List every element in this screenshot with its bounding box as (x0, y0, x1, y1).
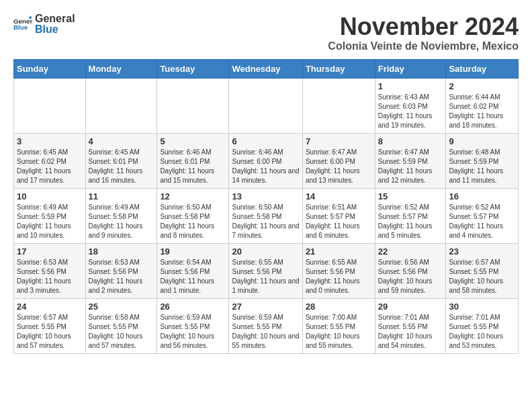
day-info: Sunrise: 6:45 AM Sunset: 6:02 PM Dayligh… (17, 148, 83, 185)
weekday-header-row: SundayMondayTuesdayWednesdayThursdayFrid… (14, 59, 519, 78)
day-number: 8 (378, 136, 443, 146)
day-info: Sunrise: 6:45 AM Sunset: 6:01 PM Dayligh… (89, 148, 154, 185)
week-row-2: 3Sunrise: 6:45 AM Sunset: 6:02 PM Daylig… (14, 133, 519, 188)
calendar-cell: 15Sunrise: 6:52 AM Sunset: 5:57 PM Dayli… (375, 188, 446, 243)
day-number: 26 (160, 302, 226, 312)
calendar-body: 1Sunrise: 6:43 AM Sunset: 6:03 PM Daylig… (14, 78, 519, 353)
calendar-cell: 19Sunrise: 6:54 AM Sunset: 5:56 PM Dayli… (157, 243, 229, 298)
day-info: Sunrise: 6:59 AM Sunset: 5:55 PM Dayligh… (160, 313, 226, 351)
day-number: 16 (449, 191, 515, 201)
calendar-cell: 29Sunrise: 7:01 AM Sunset: 5:55 PM Dayli… (375, 298, 446, 353)
weekday-header-monday: Monday (85, 59, 157, 78)
weekday-header-thursday: Thursday (302, 59, 375, 78)
calendar-cell: 21Sunrise: 6:55 AM Sunset: 5:56 PM Dayli… (302, 243, 375, 298)
calendar-cell: 2Sunrise: 6:44 AM Sunset: 6:02 PM Daylig… (446, 78, 519, 133)
calendar-cell: 30Sunrise: 7:01 AM Sunset: 5:55 PM Dayli… (446, 298, 519, 353)
calendar-cell: 16Sunrise: 6:52 AM Sunset: 5:57 PM Dayli… (446, 188, 519, 243)
day-info: Sunrise: 6:46 AM Sunset: 6:01 PM Dayligh… (160, 148, 226, 185)
day-info: Sunrise: 7:00 AM Sunset: 5:55 PM Dayligh… (306, 313, 372, 351)
day-number: 6 (232, 136, 299, 146)
calendar-cell: 13Sunrise: 6:50 AM Sunset: 5:58 PM Dayli… (229, 188, 302, 243)
calendar-cell: 22Sunrise: 6:56 AM Sunset: 5:56 PM Dayli… (375, 243, 446, 298)
week-row-1: 1Sunrise: 6:43 AM Sunset: 6:03 PM Daylig… (14, 78, 519, 133)
calendar-table: SundayMondayTuesdayWednesdayThursdayFrid… (13, 59, 519, 354)
logo-general: General (35, 13, 75, 24)
header: General Blue General Blue November 2024 … (13, 13, 519, 52)
day-info: Sunrise: 6:43 AM Sunset: 6:03 PM Dayligh… (378, 93, 443, 130)
calendar-cell: 9Sunrise: 6:48 AM Sunset: 5:59 PM Daylig… (446, 133, 519, 188)
calendar-cell: 27Sunrise: 6:59 AM Sunset: 5:55 PM Dayli… (229, 298, 302, 353)
calendar-cell: 14Sunrise: 6:51 AM Sunset: 5:57 PM Dayli… (302, 188, 375, 243)
svg-text:Blue: Blue (13, 24, 28, 31)
day-number: 10 (17, 191, 83, 201)
calendar-cell: 23Sunrise: 6:57 AM Sunset: 5:55 PM Dayli… (446, 243, 519, 298)
day-info: Sunrise: 6:44 AM Sunset: 6:02 PM Dayligh… (449, 93, 515, 130)
day-info: Sunrise: 6:55 AM Sunset: 5:56 PM Dayligh… (232, 258, 299, 295)
day-info: Sunrise: 6:52 AM Sunset: 5:57 PM Dayligh… (449, 203, 515, 240)
day-number: 18 (89, 246, 154, 257)
week-row-4: 17Sunrise: 6:53 AM Sunset: 5:56 PM Dayli… (14, 243, 519, 298)
day-number: 13 (232, 191, 299, 201)
calendar-cell: 8Sunrise: 6:47 AM Sunset: 5:59 PM Daylig… (375, 133, 446, 188)
location-title: Colonia Veinte de Noviembre, Mexico (328, 40, 519, 52)
month-title: November 2024 (328, 13, 519, 40)
day-number: 1 (378, 81, 443, 91)
week-row-5: 24Sunrise: 6:57 AM Sunset: 5:55 PM Dayli… (14, 298, 519, 353)
day-info: Sunrise: 6:57 AM Sunset: 5:55 PM Dayligh… (17, 313, 83, 351)
day-number: 22 (378, 246, 443, 257)
day-number: 30 (449, 302, 515, 312)
day-number: 5 (160, 136, 226, 146)
day-info: Sunrise: 6:50 AM Sunset: 5:58 PM Dayligh… (160, 203, 226, 240)
day-number: 19 (160, 246, 226, 257)
calendar-cell: 24Sunrise: 6:57 AM Sunset: 5:55 PM Dayli… (14, 298, 86, 353)
week-row-3: 10Sunrise: 6:49 AM Sunset: 5:59 PM Dayli… (14, 188, 519, 243)
calendar-cell: 6Sunrise: 6:46 AM Sunset: 6:00 PM Daylig… (229, 133, 302, 188)
day-number: 29 (378, 302, 443, 312)
day-number: 20 (232, 246, 299, 257)
day-number: 27 (232, 302, 299, 312)
day-info: Sunrise: 6:56 AM Sunset: 5:56 PM Dayligh… (378, 258, 443, 295)
day-number: 23 (449, 246, 515, 257)
day-number: 9 (449, 136, 515, 146)
weekday-header-tuesday: Tuesday (157, 59, 229, 78)
calendar-cell: 25Sunrise: 6:58 AM Sunset: 5:55 PM Dayli… (85, 298, 157, 353)
day-info: Sunrise: 6:48 AM Sunset: 5:59 PM Dayligh… (449, 148, 515, 185)
day-number: 11 (89, 191, 154, 201)
day-number: 3 (17, 136, 83, 146)
day-info: Sunrise: 6:53 AM Sunset: 5:56 PM Dayligh… (17, 258, 83, 295)
day-info: Sunrise: 6:57 AM Sunset: 5:55 PM Dayligh… (449, 258, 515, 295)
day-number: 24 (17, 302, 83, 312)
day-number: 17 (17, 246, 83, 257)
weekday-header-saturday: Saturday (446, 59, 519, 78)
calendar-cell: 12Sunrise: 6:50 AM Sunset: 5:58 PM Dayli… (157, 188, 229, 243)
logo-blue: Blue (35, 24, 75, 35)
calendar-cell: 17Sunrise: 6:53 AM Sunset: 5:56 PM Dayli… (14, 243, 86, 298)
day-info: Sunrise: 6:47 AM Sunset: 5:59 PM Dayligh… (378, 148, 443, 185)
weekday-header-wednesday: Wednesday (229, 59, 302, 78)
day-number: 25 (89, 302, 154, 312)
weekday-header-friday: Friday (375, 59, 446, 78)
day-info: Sunrise: 6:54 AM Sunset: 5:56 PM Dayligh… (160, 258, 226, 295)
day-info: Sunrise: 6:58 AM Sunset: 5:55 PM Dayligh… (89, 313, 154, 351)
calendar-cell: 18Sunrise: 6:53 AM Sunset: 5:56 PM Dayli… (85, 243, 157, 298)
calendar-cell: 10Sunrise: 6:49 AM Sunset: 5:59 PM Dayli… (14, 188, 86, 243)
calendar-cell: 26Sunrise: 6:59 AM Sunset: 5:55 PM Dayli… (157, 298, 229, 353)
title-section: November 2024 Colonia Veinte de Noviembr… (328, 13, 519, 52)
calendar-cell (157, 78, 229, 133)
day-info: Sunrise: 6:53 AM Sunset: 5:56 PM Dayligh… (89, 258, 154, 295)
calendar-cell (229, 78, 302, 133)
day-info: Sunrise: 6:59 AM Sunset: 5:55 PM Dayligh… (232, 313, 299, 351)
day-info: Sunrise: 6:47 AM Sunset: 6:00 PM Dayligh… (306, 148, 372, 185)
day-info: Sunrise: 6:49 AM Sunset: 5:58 PM Dayligh… (89, 203, 154, 240)
calendar-cell: 28Sunrise: 7:00 AM Sunset: 5:55 PM Dayli… (302, 298, 375, 353)
day-number: 14 (306, 191, 372, 201)
calendar-cell: 20Sunrise: 6:55 AM Sunset: 5:56 PM Dayli… (229, 243, 302, 298)
day-info: Sunrise: 6:49 AM Sunset: 5:59 PM Dayligh… (17, 203, 83, 240)
calendar-cell: 7Sunrise: 6:47 AM Sunset: 6:00 PM Daylig… (302, 133, 375, 188)
calendar-cell (14, 78, 86, 133)
logo-icon: General Blue (13, 15, 32, 34)
day-number: 28 (306, 302, 372, 312)
day-info: Sunrise: 6:51 AM Sunset: 5:57 PM Dayligh… (306, 203, 372, 240)
logo: General Blue General Blue (13, 13, 75, 35)
day-number: 15 (378, 191, 443, 201)
